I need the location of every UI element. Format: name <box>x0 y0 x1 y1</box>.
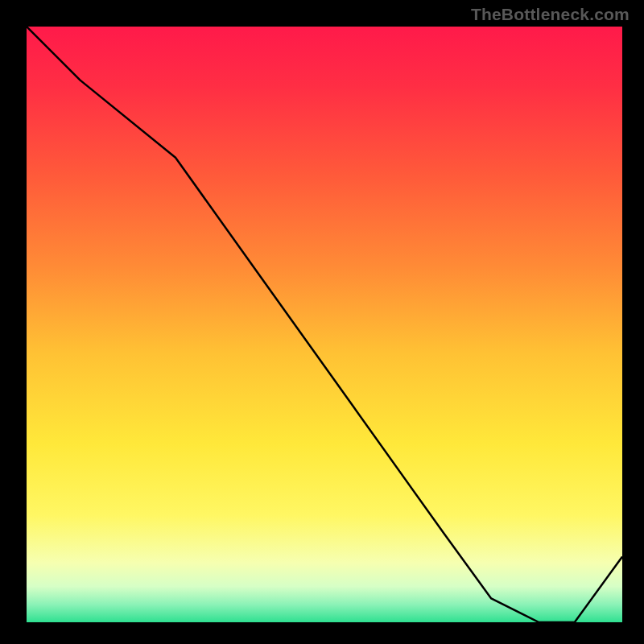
chart-svg <box>27 27 622 622</box>
watermark-text: TheBottleneck.com <box>471 5 630 24</box>
gradient-background <box>27 27 622 622</box>
plot-area <box>24 24 625 625</box>
chart-frame: TheBottleneck.com <box>0 0 644 644</box>
